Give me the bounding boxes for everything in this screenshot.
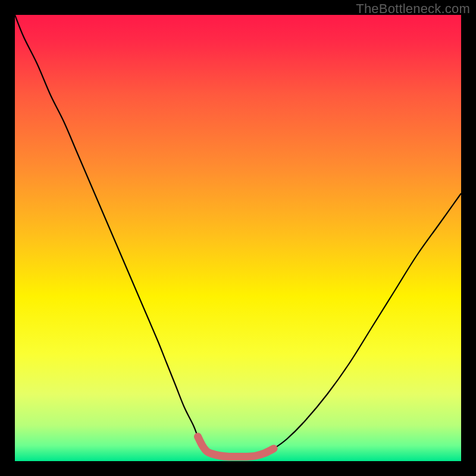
watermark-text: TheBottleneck.com [356,1,470,17]
chart-frame: TheBottleneck.com [0,0,476,476]
bottleneck-chart [15,15,461,461]
plot-area [15,15,461,461]
gradient-background [15,15,461,461]
